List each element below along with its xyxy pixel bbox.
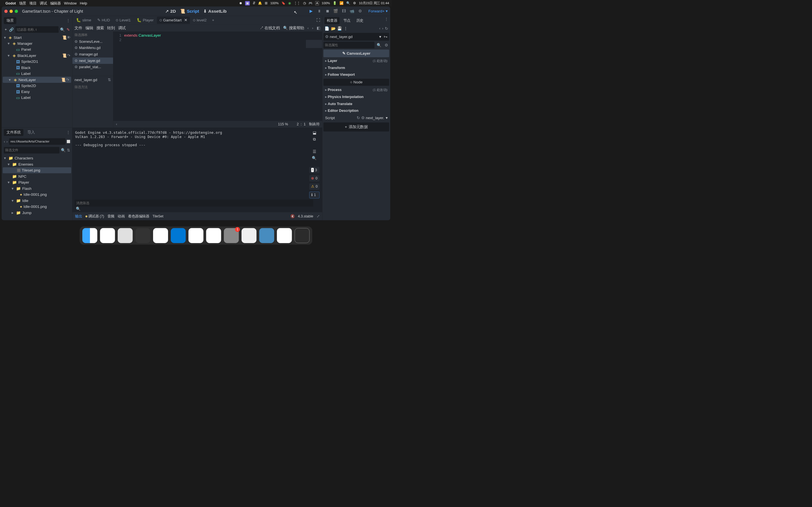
expand-panel-icon[interactable]: ⤢ <box>317 214 320 218</box>
script-list-item[interactable]: ⚙parallel_stat... <box>72 64 113 70</box>
file-item[interactable]: ▸📁Jump <box>2 210 72 216</box>
stop-button[interactable]: ⏹ <box>325 8 330 14</box>
search-icon[interactable]: 🔍 <box>76 207 81 211</box>
info-badge[interactable]: !3 <box>309 167 319 173</box>
scene-tree[interactable]: ▾◈Start📜👁▾◈Manager▭Panel▾◈BlackLayer📜↷🖼S… <box>2 34 72 128</box>
search-help-button[interactable]: 🔍 搜索帮助 <box>283 25 304 31</box>
play-button[interactable]: ▶ <box>308 8 314 14</box>
zoom-level[interactable]: 115 % <box>278 122 288 126</box>
search-icon[interactable]: 🔍 <box>375 42 383 48</box>
maximize-button[interactable] <box>15 10 18 13</box>
menu-editor[interactable]: 编辑器 <box>50 1 61 6</box>
datetime[interactable]: 10月23日 周三 01:44 <box>359 1 389 5</box>
scene-tab[interactable]: Level1 <box>113 17 134 24</box>
dock-trash[interactable] <box>295 228 310 243</box>
screen-icon[interactable]: ▣ <box>245 1 250 5</box>
scene-tab[interactable]: level2 <box>190 17 209 24</box>
file-item[interactable]: ▾📁Player <box>2 179 72 186</box>
file-item[interactable]: ●Idle-0001.png <box>2 191 72 198</box>
link-button[interactable]: 🔗 <box>9 27 14 32</box>
menu-window[interactable]: Window <box>64 1 77 5</box>
sync-icon[interactable]: ⇵ <box>253 1 255 5</box>
file-item[interactable]: ▾📁Enemies <box>2 161 72 167</box>
scene-tab[interactable]: ✎HUD <box>94 17 113 24</box>
debug-badge[interactable]: ℹ1 <box>309 191 319 198</box>
grid-icon[interactable]: ⊞ <box>265 1 267 5</box>
pause-button[interactable]: ⏸ <box>317 8 322 14</box>
tree-node[interactable]: ▾◈BlackLayer📜↷ <box>2 53 72 59</box>
dock-settings[interactable]: 1 <box>224 228 239 243</box>
scene-tab[interactable]: GameStart✕ <box>157 17 190 24</box>
menu-debug[interactable]: 调试 <box>40 1 47 6</box>
path-input[interactable] <box>9 138 65 145</box>
script-list-item[interactable]: ⚙next_layer.gd <box>72 57 113 64</box>
tree-node[interactable]: ▾◈NextLayer📜↷ <box>3 76 71 83</box>
tree-node[interactable]: ▾◈Start📜👁 <box>2 34 72 41</box>
minimize-button[interactable] <box>10 10 13 13</box>
output-search-icon[interactable]: 🔍 <box>309 156 319 160</box>
tree-node[interactable]: 🖼Easy <box>2 89 72 95</box>
ime-icon[interactable]: A <box>315 1 319 5</box>
search-icon[interactable]: 🔍 <box>61 148 66 152</box>
property-filter-input[interactable] <box>323 42 374 48</box>
dock-textedit[interactable] <box>277 228 292 243</box>
file-item[interactable]: ●Idle-0001.png <box>2 204 72 210</box>
add-node-button[interactable]: + <box>4 27 8 32</box>
file-filter-input[interactable] <box>4 147 59 154</box>
nav-back-button[interactable]: ‹ <box>4 139 5 144</box>
output-filter-icon[interactable]: ☰ <box>309 149 319 154</box>
file-item[interactable]: ▾📁Characters <box>2 155 72 161</box>
scene-tab[interactable]: 🐛Player <box>134 17 156 24</box>
workspace-assetlib[interactable]: ⬇ AssetLib <box>203 9 227 14</box>
search-icon[interactable]: 🔍 <box>346 1 350 5</box>
history-menu-icon[interactable]: ↻ <box>385 26 388 31</box>
tab-tileset[interactable]: TileSet <box>153 214 163 218</box>
control-center-icon[interactable]: ⚙ <box>353 1 356 5</box>
resource-header[interactable]: ⚙ next_layer.gd ▾ 🗝 <box>323 33 389 41</box>
error-badge[interactable]: ⊗0 <box>309 175 319 182</box>
methods-filter-input[interactable] <box>74 85 115 89</box>
add-metadata-button[interactable]: + 添加元数据 <box>323 122 389 131</box>
renderer-dropdown[interactable]: Forward+ ▾ <box>368 9 388 13</box>
output-copy-icon[interactable]: ⧉ <box>309 137 319 142</box>
tree-node[interactable]: ▾◈Manager <box>2 41 72 47</box>
property-section[interactable]: ▸Process(1 处改动) <box>323 86 389 93</box>
bell-icon[interactable]: 🔔 <box>258 1 262 5</box>
new-resource-icon[interactable]: 📄 <box>324 26 329 31</box>
save-resource-icon[interactable]: 💾 <box>337 26 342 31</box>
dock-edge[interactable] <box>153 228 168 243</box>
app-name[interactable]: Godot <box>5 1 16 5</box>
movie-button[interactable]: 📹 <box>349 8 355 14</box>
tree-node[interactable]: 🖼Black <box>2 65 72 71</box>
warning-badge[interactable]: ⚠0 <box>309 183 319 190</box>
property-section[interactable]: ▸Transform <box>323 64 389 71</box>
dock-notes[interactable] <box>100 228 115 243</box>
script-list-item[interactable]: ⚙Scenes/Leve... <box>72 38 113 45</box>
dock-qq[interactable] <box>206 228 221 243</box>
toggle-panel-icon[interactable]: ◧ <box>317 25 320 30</box>
property-section[interactable]: ▸Physics Interpolation <box>323 94 389 101</box>
open-resource-icon[interactable]: 📂 <box>331 26 336 31</box>
nav-back-icon[interactable]: ‹ <box>307 26 309 30</box>
search-icon[interactable]: 🔍 <box>60 27 65 32</box>
file-item[interactable]: ▾📁Idle <box>2 198 72 204</box>
nav-fwd-icon[interactable]: › <box>312 26 313 30</box>
sort-icon[interactable]: ⇅ <box>108 77 111 82</box>
script-list-item[interactable]: ⚙MainMenu.gd <box>72 45 113 51</box>
dock-menu-icon[interactable]: ⋮ <box>66 18 70 23</box>
script-filter-input[interactable] <box>74 33 115 37</box>
script-list-item[interactable]: ⚙manager.gd <box>72 51 113 57</box>
tab-history[interactable]: 历史 <box>354 17 366 24</box>
script-menu-file[interactable]: 文件 <box>74 25 82 31</box>
file-item[interactable]: ▾📁Flash <box>2 186 72 192</box>
output-filter-input[interactable] <box>74 200 313 207</box>
tab-audio[interactable]: 音频 <box>107 214 114 219</box>
tree-node[interactable]: 🖼Sprite2D <box>2 83 72 89</box>
dock-menu-icon[interactable]: ⋮ <box>385 17 388 24</box>
tool-icon[interactable]: 🗝 <box>384 35 388 39</box>
property-section[interactable]: ▸Auto Translate <box>323 100 389 107</box>
dock-terminal[interactable] <box>135 228 150 243</box>
menu-project[interactable]: 项目 <box>29 1 36 6</box>
render-settings-button[interactable]: ⚙ <box>357 8 363 14</box>
battery-icon[interactable]: 🔋 <box>333 1 337 5</box>
